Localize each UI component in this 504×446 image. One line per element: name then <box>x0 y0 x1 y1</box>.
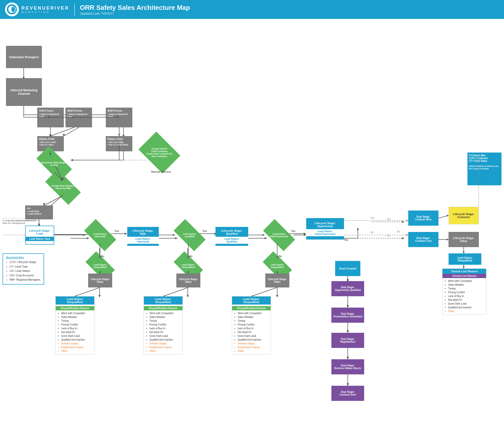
svg-marker-69 <box>347 357 349 359</box>
svg-text:No: No <box>370 231 374 234</box>
deal-stage-contract-sent-box: Deal Stage:Contract Sent <box>331 386 364 401</box>
svg-marker-54 <box>357 227 359 230</box>
lcs-qualified-box: Lifecycle Stage: Qualified Lead Status:Q… <box>215 227 248 246</box>
app-header: revenueriver MARKETING ORR Safety Sales … <box>0 0 504 19</box>
svg-text:Yes: Yes <box>370 217 374 219</box>
lcs-other-3-box: Lifecycle Stage:Other <box>265 274 289 287</box>
svg-marker-79 <box>187 295 189 298</box>
svg-marker-87 <box>83 234 86 236</box>
svg-marker-138 <box>447 239 449 241</box>
svg-marker-116 <box>263 234 265 236</box>
svg-marker-114 <box>173 234 175 236</box>
svg-line-135 <box>438 216 449 218</box>
svg-marker-20 <box>71 159 73 161</box>
svg-line-145 <box>75 287 100 296</box>
lead-disq-2-diamond: Lead Status:Disqualified <box>175 258 202 274</box>
svg-marker-103 <box>62 134 65 136</box>
svg-marker-136 <box>447 215 449 217</box>
page-subtitle: Updated Last: 7/6/2017 <box>80 12 190 15</box>
lead-disq-3-diamond: Lead Status:Disqualified <box>264 258 291 274</box>
svg-marker-47 <box>304 233 306 235</box>
svg-text:Yes: Yes <box>387 218 391 221</box>
svg-line-13 <box>50 127 74 136</box>
svg-marker-105 <box>118 134 120 136</box>
tofu-form-box: TOFU Form: • State is Required Field <box>37 108 64 127</box>
logo-icon <box>5 3 19 16</box>
deal-stage-decision-box: Deal Stage:Decision Maker Buy-In <box>331 359 364 374</box>
svg-marker-71 <box>347 383 349 386</box>
disqual-box-2: Lead Status:Disqualified Disqualificatio… <box>144 296 183 355</box>
logo-text: revenueriver <box>21 6 69 11</box>
svg-marker-161 <box>463 266 465 269</box>
title-area: ORR Safety Sales Architecture Map Update… <box>80 4 190 15</box>
lcs-opportunity-box: Lifecycle Stage: Opportunity Lead Status… <box>306 218 344 240</box>
lead-status-intent-diamond: Lead Status:Intent Expressed <box>265 227 294 243</box>
page-title: ORR Safety Sales Architecture Map <box>80 4 190 12</box>
disqual-box-1: Lead Status:Disqualified Disqualificatio… <box>55 296 94 355</box>
main-canvas: Yes No Yes No Yes No Yes <box>0 19 504 446</box>
deal-created-box: Deal Created <box>335 261 360 276</box>
svg-marker-91 <box>43 203 45 205</box>
inbound-marketing-box: Inbound Marketing Channel <box>6 78 42 106</box>
svg-marker-123 <box>406 234 408 236</box>
svg-marker-67 <box>347 330 349 333</box>
hidden-field2-box: Hidden Field: • Set LCS- MQL • Set LS- I… <box>106 136 132 151</box>
disqual-box-3: Lead Status:Disqualified Disqualificatio… <box>232 296 271 355</box>
if-criteria-box: If Criteria Met:LCS= CustomerLT= Field S… <box>467 153 501 185</box>
lcs-other-right-box: Lifecycle Stage:Other <box>449 232 479 247</box>
lead-status-interested-diamond: Lead Status:Interested <box>86 227 115 243</box>
deal-stage-contract-won-box: Deal Stage:Contract Won <box>408 211 438 226</box>
create-parent-diamond: Create Parent/Child CompanyCreate New Co… <box>142 140 176 165</box>
routed-by-sales-diamond: Routed by Sales Region to RMs <box>38 155 71 173</box>
svg-marker-75 <box>99 295 101 298</box>
lcs-lead-box: Lifecycle Stage: Lead Lead Status: New <box>25 226 54 245</box>
svg-marker-65 <box>347 305 349 308</box>
deal-stage-presentation-box: Deal Stage:Presentation Scheduled <box>331 308 364 323</box>
svg-marker-101 <box>49 134 51 136</box>
acronym-title: Acronym Key <box>6 256 41 259</box>
header-divider <box>74 3 75 16</box>
assign-hubspot-diamond: Assign New HubSpot Owner by RMS <box>47 178 79 196</box>
deal-stage-negotiations-box: Deal Stage:Negotiations <box>331 333 364 348</box>
svg-marker-83 <box>276 295 278 298</box>
svg-marker-118 <box>304 234 306 236</box>
svg-marker-110 <box>71 159 73 161</box>
svg-marker-60 <box>402 237 404 239</box>
svg-marker-134 <box>347 384 349 386</box>
logo-sub: MARKETING <box>21 11 69 14</box>
svg-marker-31 <box>125 233 127 235</box>
svg-line-151 <box>163 287 188 296</box>
deal-stage-opp-qual-box: Deal Stage:Opportunity Qualified <box>331 281 364 296</box>
svg-text:Yes: Yes <box>344 239 349 241</box>
deal-stage-contract-lost-box: Deal Stage:Contract Lost <box>408 232 438 247</box>
mofu-form-box: MOFU Form: • State is Required Field <box>66 108 92 127</box>
svg-marker-57 <box>402 221 404 223</box>
svg-line-102 <box>64 127 79 136</box>
lcs-customer-box: Lifecycle Stage:Customer <box>449 207 479 224</box>
svg-marker-128 <box>347 306 349 308</box>
svg-marker-132 <box>347 357 349 359</box>
svg-marker-140 <box>463 251 465 253</box>
svg-line-157 <box>251 287 277 296</box>
lcs-other-1-box: Lifecycle Stage:Other <box>88 274 112 287</box>
svg-text:Yes: Yes <box>115 230 119 232</box>
bofu-form-box: BOFU Form: • State is Required Field <box>106 108 132 127</box>
lcs-mql-box: Lifecycle Stage: MQL Lead Status:Interes… <box>127 227 159 246</box>
set-box: Set: • Lead Type • Lead Source <box>25 205 53 219</box>
svg-text:No: No <box>397 230 400 233</box>
lead-status-qualified-diamond: Lead Status:Qualified <box>175 227 204 243</box>
svg-marker-120 <box>406 220 408 222</box>
logo-area: revenueriver MARKETING <box>5 3 69 16</box>
closed-lost-box: Closed Lost Reason Closed Lost Reason We… <box>442 269 486 315</box>
manual-process-label: Manual Process <box>151 170 171 173</box>
svg-marker-130 <box>347 331 349 333</box>
unknown-prospect-box: Unknown Prospect <box>6 46 42 68</box>
acronym-key-box: Acronym Key LCS= Lifecycle Stage LT= Lea… <box>3 253 44 285</box>
lead-status-disq-right-box: Lead Status:Disqualified <box>449 253 481 265</box>
svg-text:No: No <box>387 234 390 237</box>
lcs-other-2-box: Lifecycle Stage:Other <box>176 274 200 287</box>
svg-marker-126 <box>347 279 349 281</box>
lead-disq-1-diamond: Lead Status:Disqualified <box>87 258 113 274</box>
